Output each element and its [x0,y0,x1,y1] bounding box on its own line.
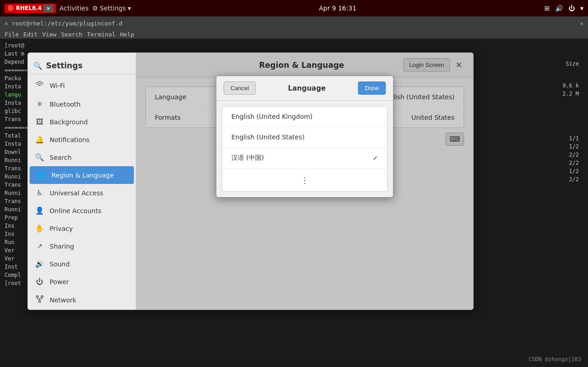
activities-label: Activities [60,5,89,12]
sidebar-item-label-region: Region & Language [51,172,114,179]
sidebar-item-notifications[interactable]: 🔔 Notifications [28,131,136,148]
power-menu-icon[interactable]: ⏻ [568,5,575,12]
network-icon [35,295,44,305]
rhel-badge[interactable]: 🔴 RHEL8.4 × [5,4,56,13]
settings-sidebar: 🔍 Settings Wi-Fi ✳ Bluetooth 🖼 Backgroun… [28,53,136,310]
privacy-icon: ✋ [35,224,44,233]
sidebar-item-privacy[interactable]: ✋ Privacy [28,219,136,237]
sidebar-item-label-sharing: Sharing [50,243,74,250]
chinese-label: 汉语 (中国) [231,154,264,162]
universal-icon: ♿ [35,189,44,197]
svg-rect-0 [36,296,39,297]
sidebar-item-label-search: Search [50,154,72,161]
dialog-list-item-more[interactable]: ⋮ [222,169,387,191]
sidebar-item-label-wifi: Wi-Fi [50,82,65,89]
main-content: Region & Language Login Screen ✕ Languag… [136,53,473,310]
sharing-icon: ↗ [35,242,44,250]
topbar-datetime: Apr 9 16:31 [319,5,356,12]
terminal-window-close-icon[interactable]: ✕ [580,20,583,27]
topbar-right: ⊞ 🔊 ⏻ ▾ [544,5,583,12]
sidebar-item-background[interactable]: 🖼 Background [28,113,136,131]
terminal-menubar: File Edit View Search Terminal Help [0,30,588,39]
sidebar-item-label-privacy: Privacy [50,225,73,232]
menu-terminal[interactable]: Terminal [87,31,116,38]
sidebar-header: 🔍 Settings [28,57,136,74]
sidebar-item-power[interactable]: ⏻ Power [28,273,136,291]
dialog-cancel-button[interactable]: Cancel [224,82,256,95]
dialog-list-item-chinese[interactable]: 汉语 (中国) ✓ [222,148,387,169]
sidebar-item-label-background: Background [50,118,88,126]
menu-search[interactable]: Search [61,31,82,38]
sidebar-title: Settings [46,61,82,70]
network-status-icon[interactable]: ⊞ [544,5,550,12]
settings-window: 🔍 Settings Wi-Fi ✳ Bluetooth 🖼 Backgroun… [27,52,474,310]
terminal-title: root@rhel:/etc/yum/pluginconf.d [12,20,123,27]
online-accounts-icon: 👤 [35,206,44,215]
sidebar-item-bluetooth[interactable]: ✳ Bluetooth [28,95,136,113]
sidebar-item-label-online: Online Accounts [50,207,101,214]
rhel-icon: 🔴 [7,5,14,11]
dialog-header: Cancel Language Done [216,76,393,101]
menu-help[interactable]: Help [120,31,134,38]
dialog-title: Language [288,84,326,92]
terminal-right-column: Size 9.6 k 2.2 M 1/1 1/2 2/2 2/2 1/2 2/2 [562,60,579,184]
dialog-list-item-us[interactable]: English (United States) [222,127,387,148]
csdn-watermark: CSDN @zhongxj183 [528,356,581,362]
language-dialog: Cancel Language Done English (United Kin… [216,76,394,198]
sidebar-item-region[interactable]: 🌐 Region & Language [30,166,134,184]
english-uk-label: English (United Kingdom) [231,113,312,120]
svg-rect-1 [41,296,43,297]
rhel-close-btn[interactable]: × [43,5,53,12]
terminal-titlebar: ✕ root@rhel:/etc/yum/pluginconf.d ✕ [0,16,588,30]
sidebar-item-network[interactable]: Network [28,291,136,310]
volume-icon[interactable]: 🔊 [555,5,563,12]
menu-view[interactable]: View [42,31,56,38]
gear-icon: ⚙ [92,5,98,12]
settings-label: Settings [100,5,126,12]
dialog-language-list: English (United Kingdom) English (United… [222,106,388,192]
menu-file[interactable]: File [5,31,19,38]
more-options-dots: ⋮ [231,175,378,185]
bluetooth-icon: ✳ [35,100,44,108]
settings-menu-btn[interactable]: ⚙ Settings ▾ [92,5,131,12]
sound-icon: 🔊 [35,260,44,268]
activities-btn[interactable]: Activities [60,5,89,12]
notifications-icon: 🔔 [35,135,44,144]
background-icon: 🖼 [35,117,44,126]
check-mark-icon: ✓ [373,154,378,162]
sidebar-item-label-universal: Universal Access [50,189,103,197]
sidebar-item-wifi[interactable]: Wi-Fi [28,76,136,95]
terminal-close-icon[interactable]: ✕ [5,20,8,27]
power-icon: ⏻ [35,277,44,286]
topbar-left: 🔴 RHEL8.4 × Activities ⚙ Settings ▾ [5,4,131,13]
dialog-list-item-uk[interactable]: English (United Kingdom) [222,107,387,127]
search-sidebar-icon: 🔍 [35,153,44,162]
wifi-icon [35,81,44,91]
region-icon: 🌐 [37,171,46,179]
sidebar-item-label-network: Network [50,296,76,304]
sidebar-item-label-power: Power [50,278,69,285]
menu-edit[interactable]: Edit [23,31,37,38]
sidebar-item-universal[interactable]: ♿ Universal Access [28,184,136,202]
sidebar-item-sound[interactable]: 🔊 Sound [28,255,136,273]
sidebar-item-online[interactable]: 👤 Online Accounts [28,202,136,219]
sidebar-item-label-bluetooth: Bluetooth [50,101,81,108]
english-us-label: English (United States) [231,133,305,141]
sidebar-item-sharing[interactable]: ↗ Sharing [28,237,136,255]
sidebar-search-icon[interactable]: 🔍 [33,61,42,70]
topbar-chevron-icon[interactable]: ▾ [580,5,583,12]
topbar: 🔴 RHEL8.4 × Activities ⚙ Settings ▾ Apr … [0,0,588,16]
sidebar-item-search[interactable]: 🔍 Search [28,148,136,166]
dialog-done-button[interactable]: Done [358,82,386,95]
sidebar-item-label-notifications: Notifications [50,136,90,143]
chevron-down-icon: ▾ [128,5,131,12]
svg-rect-2 [39,301,41,302]
rhel-label: RHEL8.4 [16,5,41,11]
sidebar-item-label-sound: Sound [50,260,70,268]
